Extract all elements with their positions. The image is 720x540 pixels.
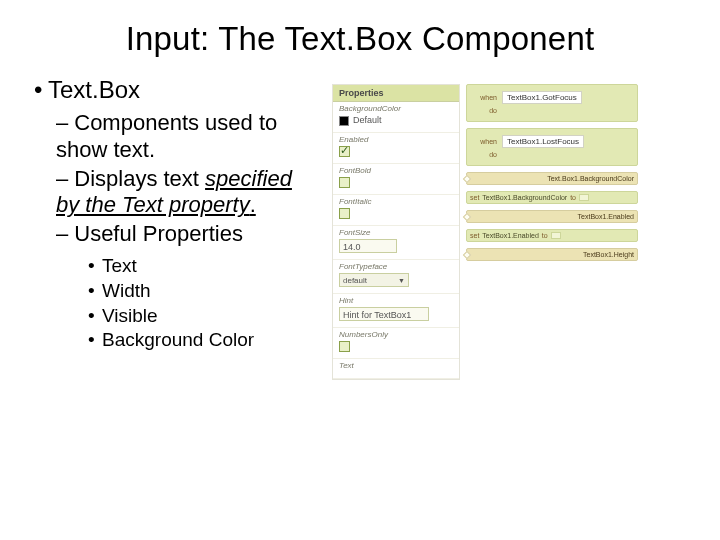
prop-item: •Visible	[88, 304, 318, 329]
slot-icon	[579, 194, 589, 201]
bullet-sub-1: –Components used to show text.	[56, 110, 318, 164]
color-swatch-icon[interactable]	[339, 116, 349, 126]
prop-bgcolor: BackgroundColor Default	[333, 102, 459, 133]
block-notch-icon	[463, 174, 471, 182]
prop-item: •Width	[88, 279, 318, 304]
block-notch-icon	[463, 212, 471, 220]
hint-input[interactable]: Hint for TextBox1	[339, 307, 429, 321]
block-notch-icon	[463, 250, 471, 258]
bullet-sub-3: –Useful Properties	[56, 221, 318, 248]
getter-block-bgcolor[interactable]: Text.Box1.BackgroundColor	[466, 172, 638, 185]
prop-item: •Background Color	[88, 328, 318, 353]
setter-block-enabled[interactable]: set TextBox1.Enabled to	[466, 229, 638, 242]
prop-numbersonly: NumbersOnly	[333, 328, 459, 359]
getter-block-height[interactable]: TextBox1.Height	[466, 248, 638, 261]
prop-fontitalic: FontItalic	[333, 195, 459, 226]
enabled-checkbox[interactable]	[339, 146, 350, 157]
prop-fontbold: FontBold	[333, 164, 459, 195]
text-column: •Text.Box –Components used to show text.…	[28, 76, 318, 380]
bullet-lvl1: •Text.Box	[34, 76, 318, 104]
prop-item: •Text	[88, 254, 318, 279]
prop-enabled: Enabled	[333, 133, 459, 164]
fontitalic-checkbox[interactable]	[339, 208, 350, 219]
chevron-down-icon: ▼	[398, 277, 405, 284]
slide-title: Input: The Text.Box Component	[28, 20, 692, 58]
blocks-panel: whenTextBox1.GotFocus do whenTextBox1.Lo…	[466, 84, 638, 380]
fontbold-checkbox[interactable]	[339, 177, 350, 188]
properties-panel: Properties BackgroundColor Default Enabl…	[332, 84, 460, 380]
properties-header: Properties	[333, 85, 459, 102]
prop-hint: Hint Hint for TextBox1	[333, 294, 459, 328]
event-block-gotfocus[interactable]: whenTextBox1.GotFocus do	[466, 84, 638, 122]
prop-text: Text	[333, 359, 459, 379]
bullet-sub-2: –Displays text specified by the Text pro…	[56, 166, 318, 220]
prop-fonttypeface: FontTypeface default▼	[333, 260, 459, 294]
setter-block-bgcolor[interactable]: set TextBox1.BackgroundColor to	[466, 191, 638, 204]
prop-fontsize: FontSize 14.0	[333, 226, 459, 260]
event-block-lostfocus[interactable]: whenTextBox1.LostFocus do	[466, 128, 638, 166]
fonttypeface-select[interactable]: default▼	[339, 273, 409, 287]
getter-block-enabled[interactable]: TextBox1.Enabled	[466, 210, 638, 223]
bullet-lvl1-text: Text.Box	[48, 76, 140, 103]
fontsize-input[interactable]: 14.0	[339, 239, 397, 253]
numbersonly-checkbox[interactable]	[339, 341, 350, 352]
slot-icon	[551, 232, 561, 239]
